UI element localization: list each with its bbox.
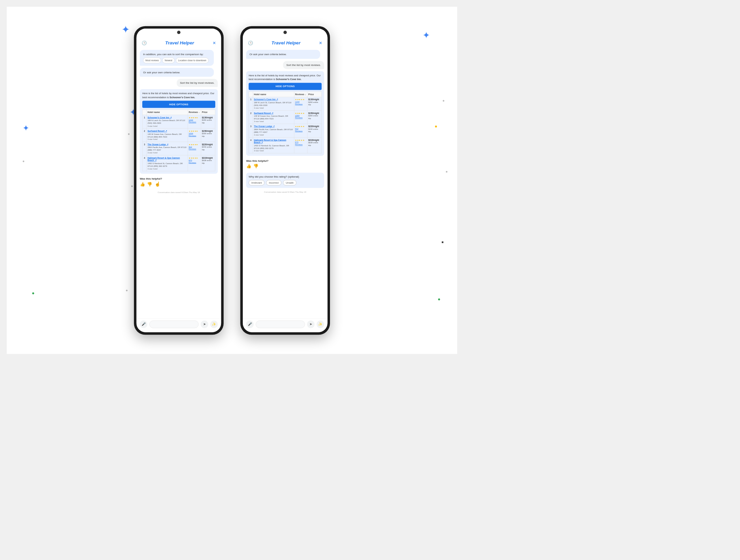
hotel-address: 148 W Gower Ave, Cannon Beach, OR 97110 … (148, 133, 187, 138)
ai-bubble-1: In addition, you can ask to sort the com… (140, 50, 214, 66)
results-text-1: Here is the list of hotels by most revie… (142, 91, 215, 99)
results-card-2: Here is the list of hotels by most revie… (246, 71, 324, 156)
history-icon-2[interactable]: 🕒 (248, 40, 253, 45)
row-hotel-info: Surfsand Resort ↗ 148 W Gower Ave, Canno… (147, 128, 188, 142)
why-chip-irrelevant[interactable]: Irrelevant (249, 180, 264, 185)
history-icon-1[interactable]: 🕒 (142, 40, 147, 45)
hotel-reviews[interactable]: 870 Reviews (189, 159, 200, 164)
hotel-price-night: $220/night (308, 125, 319, 127)
hotel-name[interactable]: Hallmark Resort & Spa Cannon Beach ↗ (148, 157, 187, 162)
table-row: 3 The Ocean Lodge ↗ 2864 Pacific Ave, Ca… (249, 124, 322, 137)
hotel-reviews[interactable]: 912 Reviews (189, 146, 200, 150)
thumbs-up-btn-2[interactable]: 👍 (246, 163, 252, 169)
hotel-price-night: $130/night (308, 98, 319, 101)
hotel-name[interactable]: Schooner's Cove Inn ↗ (254, 98, 293, 101)
row-price: $220/night $440 entire trip (201, 142, 215, 155)
phone-1: 🕒 Travel Helper ✕ In addition, you can a… (134, 26, 224, 335)
hotel-stars: ★★★★★ (189, 130, 198, 132)
send-btn-2[interactable]: ➤ (307, 321, 314, 328)
send-btn-1[interactable]: ➤ (201, 321, 208, 328)
close-icon-1[interactable]: ✕ (213, 40, 216, 45)
hotel-address: 188 N Larch St, Cannon Beach, OR 97110 (… (148, 119, 187, 124)
mic-btn-2[interactable]: 🎤 (246, 321, 254, 328)
hotel-name[interactable]: The Ocean Lodge ↗ (254, 125, 293, 127)
hotel-address: 188 N Larch St, Cannon Beach, OR 97110 (… (254, 101, 293, 107)
hotel-star-tag: 3-star hotel (148, 125, 187, 127)
th-name-2: Hotel name (253, 92, 294, 97)
row-reviews: ★★★★★ 1004 Reviews (188, 128, 201, 142)
row-price: $319/night $638 entire trip (307, 137, 322, 153)
hotel-stars: ★★★★★ (189, 157, 198, 159)
hotel-reviews[interactable]: 1234 Reviews (189, 119, 200, 123)
row-hotel-info: Schooner's Cove Inn ↗ 188 N Larch St, Ca… (253, 97, 294, 110)
row-reviews: ★★★★★ 912 Reviews (188, 142, 201, 155)
row-reviews: ★★★★★ 1004 Reviews (294, 110, 307, 124)
thumb-row-1: 👍 👎 ☝️ (140, 182, 218, 187)
th-num-2 (249, 92, 253, 97)
why-section-2: Why did you choose this rating? (optiona… (246, 173, 324, 188)
hotel-reviews[interactable]: 870 Reviews (295, 141, 306, 146)
hotel-name[interactable]: Hallmark Resort & Spa Cannon Beach ↗ (254, 139, 293, 144)
th-reviews-2: Reviews ↓ (294, 92, 307, 97)
th-price-1: Price (201, 110, 215, 115)
timestamp-1: Conversation data saved 9:33am Thu May 1… (140, 190, 218, 194)
thumbs-up-btn-1[interactable]: 👍 (140, 182, 145, 187)
hotel-name[interactable]: Surfsand Resort ↗ (148, 130, 187, 132)
helpful-label-2: Was this helpful? (246, 159, 324, 162)
hotel-reviews[interactable]: 1004 Reviews (189, 132, 200, 137)
magic-btn-2[interactable]: ✨ (317, 321, 324, 328)
table-row: 1 Schooner's Cove Inn ↗ 188 N Larch St, … (249, 97, 322, 110)
row-price: $319/night $638 entire trip (201, 155, 215, 171)
row-num: 1 (249, 97, 253, 110)
row-reviews: ★★★★★ 870 Reviews (188, 155, 201, 171)
phone-notch-1 (177, 31, 181, 34)
th-price-2: Price (307, 92, 322, 97)
hotel-address: 1400 S Hemlock St, Cannon Beach, OR 9711… (148, 162, 187, 167)
why-chip-incorrect[interactable]: Incorrect (266, 180, 281, 185)
ai-bubble-2: Or ask your own criteria below. (140, 68, 214, 77)
row-num: 4 (249, 137, 253, 153)
th-reviews-1: Reviews ↓ (188, 110, 201, 115)
app-title-1: Travel Helper (165, 40, 194, 46)
chip-newest[interactable]: Newest (162, 58, 175, 63)
ai-text-top-2: Or ask your own criteria below. (250, 53, 287, 56)
hotel-price-total: $440 entire trip (308, 128, 318, 133)
hotel-reviews[interactable]: 1004 Reviews (295, 114, 306, 119)
thumbs-down-btn-1[interactable]: 👎 (147, 182, 152, 187)
hotel-name[interactable]: The Ocean Lodge ↗ (148, 143, 187, 146)
hotel-star-tag: 3-star hotel (254, 134, 293, 136)
hotel-stars: ★★★★★ (189, 116, 198, 119)
chip-location[interactable]: Location close to downtown (176, 58, 209, 63)
hide-options-btn-2[interactable]: HIDE OPTIONS (249, 83, 322, 90)
phone-notch-2 (284, 31, 287, 34)
text-input-2[interactable] (256, 321, 305, 328)
chat-area-1: In addition, you can ask to sort the com… (137, 48, 221, 318)
row-hotel-info: Schooner's Cove Inn ↗ 188 N Larch St, Ca… (147, 115, 188, 128)
magic-btn-1[interactable]: ✨ (210, 321, 218, 328)
row-hotel-info: Hallmark Resort & Spa Cannon Beach ↗ 140… (253, 137, 294, 153)
row-hotel-info: Hallmark Resort & Spa Cannon Beach ↗ 140… (147, 155, 188, 171)
mic-btn-1[interactable]: 🎤 (140, 321, 147, 328)
hotel-reviews[interactable]: 912 Reviews (295, 128, 306, 133)
hotel-name[interactable]: Schooner's Cove Inn ↗ (148, 116, 187, 119)
hotel-reviews[interactable]: 1234 Reviews (295, 101, 306, 106)
hotel-stars: ★★★★★ (295, 125, 304, 128)
why-chip-unsafe[interactable]: Unsafe (283, 180, 296, 185)
hotel-address: 1400 S Hemlock St, Cannon Beach, OR 9711… (254, 144, 293, 149)
hotel-price-night: $319/night (308, 139, 319, 141)
why-label-2: Why did you choose this rating? (optiona… (249, 175, 322, 178)
hide-options-btn-1[interactable]: HIDE OPTIONS (142, 101, 215, 108)
helpful-section-2: Was this helpful? 👍 👎 (246, 158, 324, 170)
chat-area-2: Or ask your own criteria below. Sort the… (243, 48, 328, 318)
close-icon-2[interactable]: ✕ (319, 40, 323, 45)
table-row: 1 Schooner's Cove Inn ↗ 188 N Larch St, … (142, 115, 215, 128)
hotel-price-total: $638 entire trip (308, 141, 318, 146)
text-input-1[interactable] (149, 321, 198, 328)
helpful-label-1: Was this helpful? (140, 177, 218, 180)
row-price: $130/night $260 entire trip (307, 97, 322, 110)
row-price: $220/night $440 entire trip (307, 124, 322, 137)
thumbs-down-btn-2[interactable]: 👎 (253, 163, 259, 169)
hotel-star-tag: 3-star hotel (148, 138, 187, 141)
hotel-name[interactable]: Surfsand Resort ↗ (254, 112, 293, 114)
chip-most-reviews[interactable]: Most reviews (143, 58, 161, 63)
